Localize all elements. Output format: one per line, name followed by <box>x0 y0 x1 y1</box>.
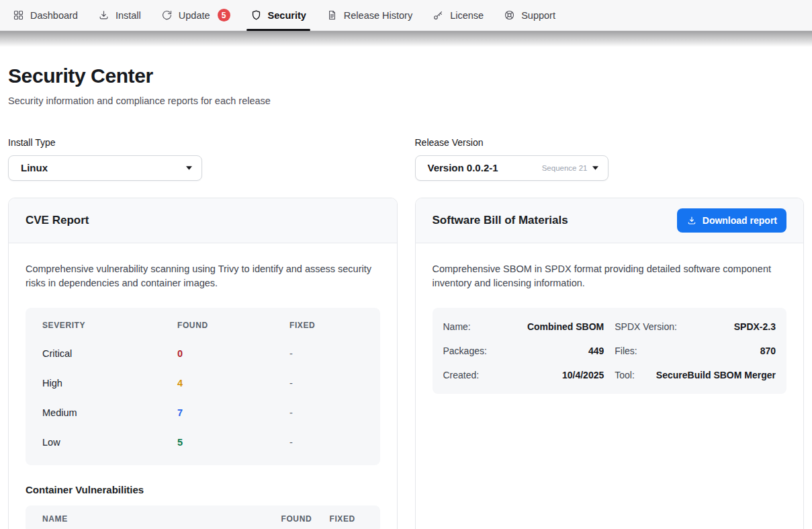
filters-row: Install Type Linux Release Version Versi… <box>8 137 804 181</box>
page-subtitle: Security information and compliance repo… <box>8 95 804 106</box>
release-history-document-icon <box>326 9 338 21</box>
sequence-label: Sequence 21 <box>542 164 588 172</box>
severity-row-low: Low 5 - <box>42 428 363 457</box>
install-type-select[interactable]: Linux <box>8 155 202 181</box>
sbom-description: Comprehensive SBOM in SPDX format provid… <box>433 262 787 291</box>
install-type-filter: Install Type Linux <box>8 137 398 181</box>
update-refresh-icon <box>161 9 173 21</box>
cve-report-description: Comprehensive vulnerability scanning usi… <box>26 262 380 291</box>
install-type-value: Linux <box>21 162 48 173</box>
sbom-details: Name: Combined SBOM SPDX Version: SPDX-2… <box>433 308 787 394</box>
release-version-filter: Release Version Version 0.0.2-1 Sequence… <box>415 137 805 181</box>
cve-report-title: CVE Report <box>26 214 89 227</box>
sbom-detail-spdx-version: SPDX Version: SPDX-2.3 <box>615 315 776 339</box>
sbom-detail-created: Created: 10/4/2025 <box>443 363 604 387</box>
cve-report-header: CVE Report <box>9 198 397 243</box>
security-shield-icon <box>251 9 262 21</box>
column-header-fixed: FIXED <box>289 321 363 330</box>
sbom-detail-files: Files: 870 <box>615 339 776 363</box>
release-version-select[interactable]: Version 0.0.2-1 Sequence 21 <box>415 155 608 181</box>
release-version-label: Release Version <box>415 137 805 148</box>
severity-table: SEVERITY FOUND FIXED Critical 0 - High 4… <box>26 308 380 465</box>
column-header-severity: SEVERITY <box>42 321 177 330</box>
nav-item-label: Security <box>268 10 306 21</box>
container-vulnerabilities-table-header: NAME FOUND FIXED <box>26 505 380 529</box>
nav-item-label: Support <box>521 10 555 21</box>
download-report-label: Download report <box>703 215 777 226</box>
sbom-header: Software Bill of Materials Download repo… <box>416 198 804 243</box>
nav-item-dashboard[interactable]: Dashboard <box>3 0 88 30</box>
release-version-value: Version 0.0.2-1 <box>428 162 498 173</box>
nav-item-label: License <box>450 10 484 21</box>
sbom-detail-name: Name: Combined SBOM <box>443 315 604 339</box>
cards-row: CVE Report Comprehensive vulnerability s… <box>8 198 804 529</box>
nav-item-support[interactable]: Support <box>494 0 566 30</box>
scroll-shade <box>0 31 812 47</box>
nav-item-license[interactable]: License <box>422 0 494 30</box>
severity-row-critical: Critical 0 - <box>42 339 363 368</box>
nav-item-install[interactable]: Install <box>88 0 151 30</box>
update-count-badge: 5 <box>218 9 230 22</box>
install-type-label: Install Type <box>8 137 398 148</box>
download-icon <box>686 215 697 226</box>
nav-item-security[interactable]: Security <box>240 0 316 30</box>
sbom-title: Software Bill of Materials <box>433 214 568 227</box>
severity-table-header: SEVERITY FOUND FIXED <box>42 312 363 339</box>
page-title: Security Center <box>8 65 804 87</box>
severity-row-high: High 4 - <box>42 368 363 398</box>
dashboard-grid-icon <box>13 9 24 21</box>
nav-item-update[interactable]: Update 5 <box>151 0 240 30</box>
download-report-button[interactable]: Download report <box>677 208 786 233</box>
nav-item-label: Update <box>179 10 210 21</box>
install-download-icon <box>98 9 109 21</box>
cve-report-body: Comprehensive vulnerability scanning usi… <box>9 243 397 529</box>
column-header-found: FOUND <box>177 321 289 330</box>
nav-item-label: Install <box>116 10 141 21</box>
license-key-icon <box>433 9 444 21</box>
sbom-detail-packages: Packages: 449 <box>443 339 604 363</box>
chevron-down-icon <box>592 166 598 170</box>
column-header-found: FOUND <box>281 514 330 524</box>
sbom-body: Comprehensive SBOM in SPDX format provid… <box>416 243 804 411</box>
top-nav: Dashboard Install Update 5 Security Rele… <box>0 0 812 31</box>
support-lifebuoy-icon <box>504 9 515 21</box>
sbom-card: Software Bill of Materials Download repo… <box>415 198 805 529</box>
column-header-name: NAME <box>42 514 281 524</box>
column-header-fixed: FIXED <box>330 514 363 524</box>
nav-item-label: Release History <box>344 10 412 21</box>
cve-report-card: CVE Report Comprehensive vulnerability s… <box>8 198 398 529</box>
container-vulnerabilities-title: Container Vulnerabilities <box>26 484 380 495</box>
chevron-down-icon <box>186 166 192 170</box>
nav-item-label: Dashboard <box>30 10 78 21</box>
nav-item-release-history[interactable]: Release History <box>316 0 422 30</box>
severity-row-medium: Medium 7 - <box>42 398 363 428</box>
main-content: Security Center Security information and… <box>0 47 812 529</box>
sbom-detail-tool: Tool: SecureBuild SBOM Merger <box>615 363 776 387</box>
